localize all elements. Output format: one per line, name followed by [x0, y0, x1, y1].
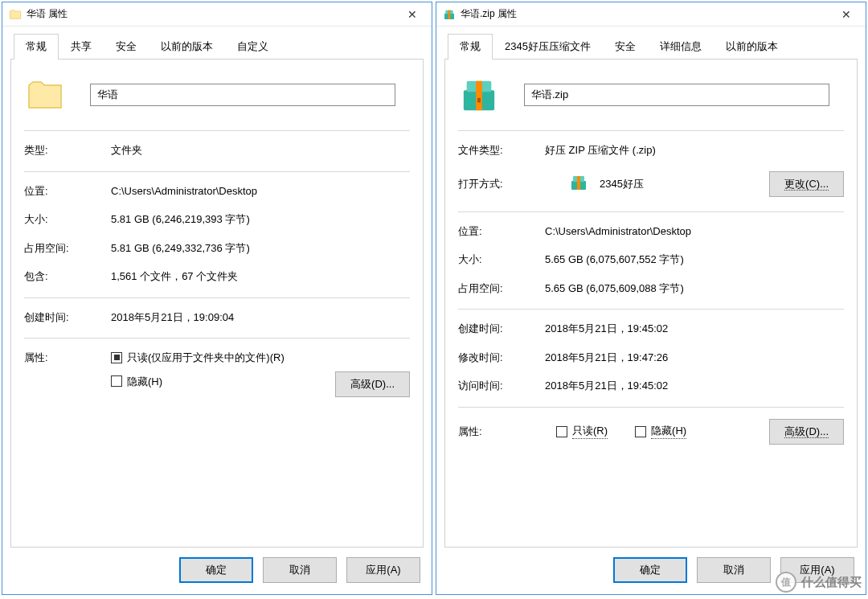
app-icon	[569, 173, 592, 195]
watermark-text: 什么值得买	[801, 575, 862, 590]
close-button[interactable]: ✕	[830, 4, 862, 25]
modified-label: 修改时间:	[458, 350, 545, 366]
location-value: C:\Users\Administrator\Desktop	[545, 224, 844, 240]
accessed-label: 访问时间:	[458, 378, 545, 394]
ok-button[interactable]: 确定	[613, 557, 687, 583]
cancel-button[interactable]: 取消	[697, 557, 771, 583]
hidden-checkbox[interactable]: 隐藏(H)	[635, 424, 686, 439]
tab-previous-versions[interactable]: 以前的版本	[149, 34, 225, 59]
filetype-label: 文件类型:	[458, 142, 545, 158]
tab-general[interactable]: 常规	[448, 34, 493, 59]
created-label: 创建时间:	[458, 321, 545, 337]
titlebar: 华语 属性 ✕	[2, 2, 432, 27]
filename-input[interactable]	[90, 84, 395, 106]
folder-properties-dialog: 华语 属性 ✕ 常规 共享 安全 以前的版本 自定义 类型:文件夹 位置:C:\…	[2, 2, 432, 595]
tab-previous-versions[interactable]: 以前的版本	[714, 34, 790, 59]
apply-button[interactable]: 应用(A)	[346, 557, 420, 583]
location-label: 位置:	[24, 183, 111, 199]
created-value: 2018年5月21日，19:09:04	[111, 310, 410, 326]
close-button[interactable]: ✕	[396, 4, 428, 25]
general-panel: 文件类型:好压 ZIP 压缩文件 (.zip) 打开方式: 2345好压 更改(…	[444, 59, 858, 548]
filetype-value: 好压 ZIP 压缩文件 (.zip)	[545, 142, 844, 158]
dialog-footer: 确定 取消 应用(A)	[2, 548, 432, 594]
attributes-label: 属性:	[24, 350, 111, 397]
size-label: 大小:	[24, 211, 111, 228]
created-label: 创建时间:	[24, 310, 111, 326]
ok-button[interactable]: 确定	[179, 557, 253, 583]
svg-rect-6	[477, 98, 481, 103]
sizeondisk-label: 占用空间:	[458, 281, 545, 297]
size-value: 5.81 GB (6,246,219,393 字节)	[111, 211, 410, 228]
svg-rect-5	[476, 81, 482, 110]
watermark: 值 什么值得买	[776, 572, 862, 593]
tab-general[interactable]: 常规	[14, 34, 59, 59]
accessed-value: 2018年5月21日，19:45:02	[545, 378, 844, 394]
hidden-label: 隐藏(H)	[651, 424, 686, 439]
readonly-checkbox[interactable]: 只读(仅应用于文件夹中的文件)(R)	[111, 350, 410, 366]
folder-large-icon	[24, 74, 66, 116]
filename-input[interactable]	[524, 84, 829, 106]
hidden-label: 隐藏(H)	[127, 374, 162, 390]
window-title: 华语 属性	[27, 7, 396, 21]
sizeondisk-value: 5.65 GB (6,075,609,088 字节)	[545, 281, 844, 297]
created-value: 2018年5月21日，19:45:02	[545, 321, 844, 337]
sizeondisk-value: 5.81 GB (6,249,332,736 字节)	[111, 240, 410, 256]
type-label: 类型:	[24, 142, 111, 158]
location-value: C:\Users\Administrator\Desktop	[111, 183, 410, 199]
window-title: 华语.zip 属性	[461, 7, 830, 21]
general-panel: 类型:文件夹 位置:C:\Users\Administrator\Desktop…	[10, 59, 424, 548]
size-value: 5.65 GB (6,075,607,552 字节)	[545, 252, 844, 268]
watermark-icon: 值	[776, 572, 796, 593]
advanced-button[interactable]: 高级(D)...	[335, 371, 410, 397]
tab-haozip[interactable]: 2345好压压缩文件	[493, 34, 603, 59]
openwith-label: 打开方式:	[458, 177, 545, 191]
folder-icon	[9, 8, 22, 21]
attributes-label: 属性:	[458, 425, 545, 439]
tab-security[interactable]: 安全	[603, 34, 648, 59]
advanced-button[interactable]: 高级(D)...	[769, 419, 844, 445]
archive-large-icon	[458, 74, 500, 116]
tab-details[interactable]: 详细信息	[648, 34, 714, 59]
change-button[interactable]: 更改(C)...	[769, 171, 844, 197]
tab-sharing[interactable]: 共享	[59, 34, 104, 59]
cancel-button[interactable]: 取消	[263, 557, 337, 583]
tab-customize[interactable]: 自定义	[225, 34, 280, 59]
tab-strip: 常规 2345好压压缩文件 安全 详细信息 以前的版本	[444, 33, 858, 59]
sizeondisk-label: 占用空间:	[24, 240, 111, 256]
readonly-label: 只读(R)	[572, 424, 608, 439]
titlebar: 华语.zip 属性 ✕	[436, 2, 866, 27]
tab-security[interactable]: 安全	[104, 34, 149, 59]
readonly-checkbox[interactable]: 只读(R)	[556, 424, 608, 439]
modified-value: 2018年5月21日，19:47:26	[545, 350, 844, 366]
contains-value: 1,561 个文件，67 个文件夹	[111, 269, 410, 285]
size-label: 大小:	[458, 252, 545, 268]
type-value: 文件夹	[111, 142, 410, 158]
openwith-value: 2345好压	[600, 177, 644, 191]
contains-label: 包含:	[24, 269, 111, 285]
readonly-label: 只读(仅应用于文件夹中的文件)(R)	[127, 350, 285, 366]
svg-rect-9	[577, 176, 580, 190]
zip-properties-dialog: 华语.zip 属性 ✕ 常规 2345好压压缩文件 安全 详细信息 以前的版本 …	[436, 2, 866, 595]
location-label: 位置:	[458, 224, 545, 240]
archive-icon	[443, 8, 456, 21]
tab-strip: 常规 共享 安全 以前的版本 自定义	[10, 33, 424, 59]
svg-rect-2	[448, 10, 451, 18]
